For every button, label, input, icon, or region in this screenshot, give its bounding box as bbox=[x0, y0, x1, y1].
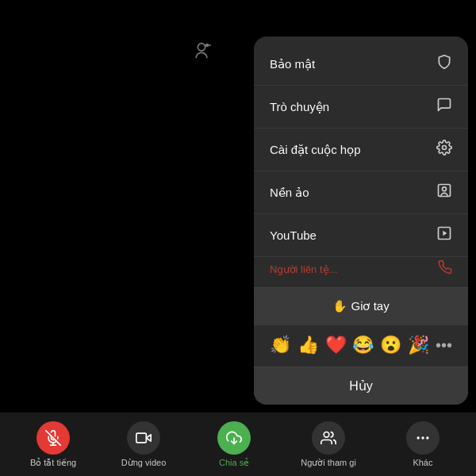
svg-point-3 bbox=[443, 146, 447, 150]
more-label: Khác bbox=[413, 458, 432, 467]
bottom-toolbar: Bỏ tắt tiếng Dừng video Chia sẻ bbox=[0, 413, 476, 476]
svg-point-1 bbox=[205, 44, 209, 48]
menu-item-partial[interactable]: Người liên tệ... bbox=[254, 257, 468, 281]
svg-point-17 bbox=[426, 436, 428, 439]
toolbar-more[interactable]: Khác bbox=[399, 421, 447, 467]
toolbar-video[interactable]: Dừng video bbox=[120, 421, 167, 468]
svg-rect-12 bbox=[136, 433, 147, 443]
settings-icon bbox=[436, 140, 452, 159]
video-label: Dừng video bbox=[121, 458, 167, 468]
emoji-wow[interactable]: 😮 bbox=[380, 335, 401, 355]
toolbar-mute[interactable]: Bỏ tắt tiếng bbox=[29, 421, 77, 468]
menu-item-settings[interactable]: Cài đặt cuộc họp bbox=[254, 129, 468, 171]
mute-label: Bỏ tắt tiếng bbox=[30, 458, 76, 468]
emoji-row: 👏 👍 ❤️ 😂 😮 🎉 ••• bbox=[254, 324, 468, 365]
svg-marker-7 bbox=[443, 231, 447, 236]
emoji-heart[interactable]: ❤️ bbox=[325, 335, 347, 355]
svg-point-16 bbox=[421, 436, 424, 439]
portrait-icon bbox=[436, 182, 452, 202]
svg-point-14 bbox=[324, 432, 329, 437]
shield-icon bbox=[436, 54, 452, 74]
emoji-clap[interactable]: 👏 bbox=[270, 335, 291, 355]
menu-item-virtual-bg[interactable]: Nền ảo bbox=[254, 171, 468, 213]
menu-items: Bảo mật Trò chuyện C bbox=[254, 36, 468, 287]
menu-item-chat[interactable]: Trò chuyện bbox=[254, 86, 468, 128]
mute-icon-bg bbox=[36, 421, 70, 455]
svg-marker-11 bbox=[146, 434, 151, 440]
share-label: Chia sẻ bbox=[219, 458, 249, 468]
video-icon-bg bbox=[127, 421, 160, 455]
popup-menu: Bảo mật Trò chuyện C bbox=[254, 36, 468, 405]
participants-label: Người tham gi bbox=[301, 458, 356, 468]
svg-point-15 bbox=[416, 436, 419, 439]
emoji-thumbsup[interactable]: 👍 bbox=[298, 335, 319, 355]
cancel-section[interactable]: Hủy bbox=[254, 367, 468, 405]
toolbar-share[interactable]: Chia sẻ bbox=[210, 421, 258, 468]
svg-point-5 bbox=[443, 187, 447, 191]
raise-hand-section[interactable]: ✋ Giơ tay bbox=[254, 287, 468, 324]
emoji-laugh[interactable]: 😂 bbox=[352, 335, 374, 355]
phone-icon bbox=[438, 260, 452, 278]
participant-icon-1 bbox=[190, 40, 213, 62]
menu-item-security[interactable]: Bảo mật bbox=[254, 43, 468, 85]
chat-icon bbox=[436, 97, 452, 117]
menu-item-youtube[interactable]: YouTube bbox=[254, 214, 468, 256]
play-icon bbox=[436, 225, 452, 245]
svg-point-0 bbox=[198, 44, 205, 51]
emoji-more-button[interactable]: ••• bbox=[436, 336, 452, 355]
share-icon-bg bbox=[217, 421, 251, 455]
video-area: Bảo mật Trò chuyện C bbox=[0, 0, 476, 476]
participants-icon-bg bbox=[312, 421, 345, 455]
emoji-party[interactable]: 🎉 bbox=[408, 335, 429, 355]
toolbar-participants[interactable]: Người tham gi bbox=[301, 421, 356, 468]
more-icon-bg bbox=[406, 421, 440, 455]
